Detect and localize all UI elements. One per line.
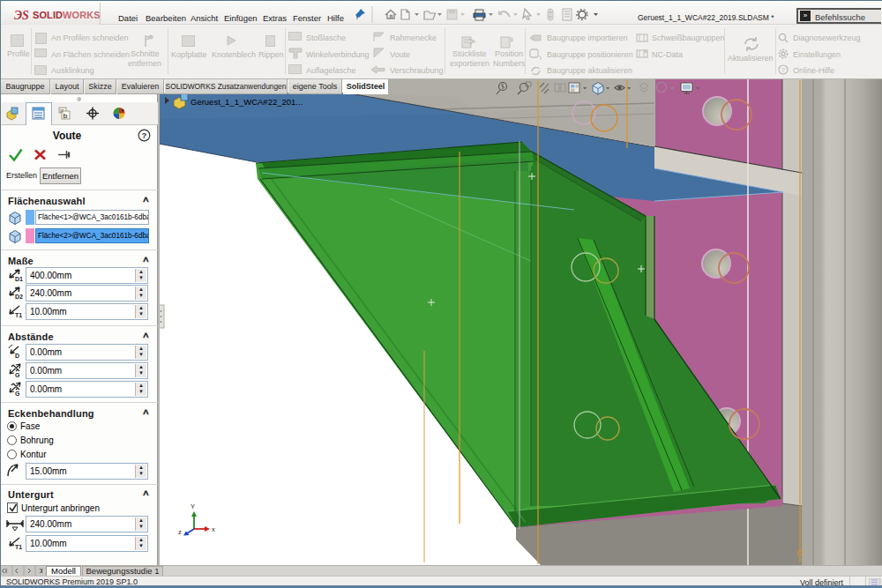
svg-text:G: G (15, 372, 20, 378)
svg-text:SOLID: SOLID (33, 10, 63, 20)
svg-text:D: D (15, 353, 19, 359)
svg-text:Geruest_1_1_WCA#22_201...: Geruest_1_1_WCA#22_201... (191, 97, 303, 107)
svg-text:R: R (60, 108, 64, 114)
svg-text:D1: D1 (15, 276, 23, 282)
svg-text:?: ? (781, 66, 786, 74)
svg-text:ЭS: ЭS (14, 9, 29, 22)
svg-text:WORKS: WORKS (63, 10, 101, 20)
svg-text:?: ? (142, 130, 147, 140)
svg-text:Y: Y (191, 502, 195, 510)
svg-text:T1: T1 (15, 312, 22, 318)
svg-text:D2: D2 (15, 294, 23, 300)
svg-text:x: x (212, 525, 215, 533)
svg-text:z: z (178, 528, 182, 536)
svg-text:T1: T1 (15, 544, 22, 550)
svg-text:G: G (15, 391, 20, 397)
